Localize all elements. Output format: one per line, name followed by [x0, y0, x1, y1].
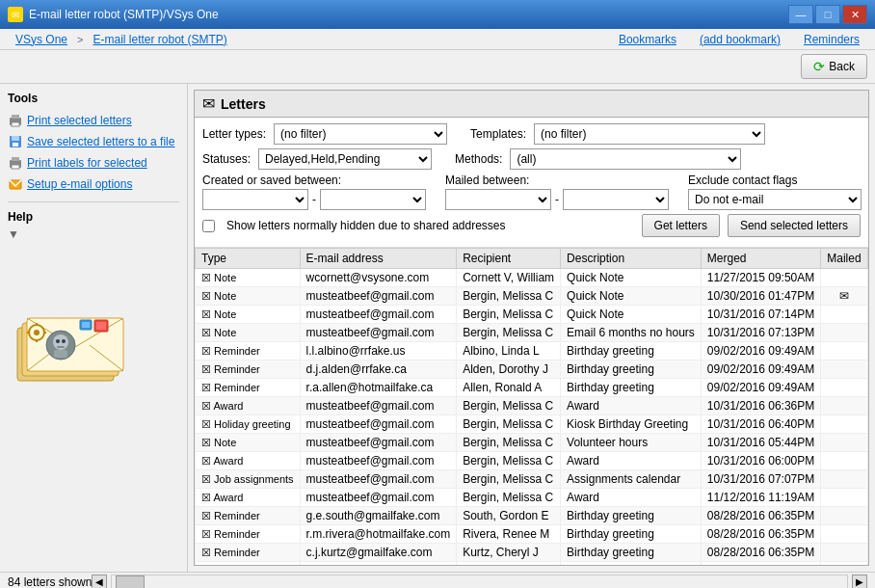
table-cell: 11/12/2016 11:19AM [701, 489, 820, 507]
table-cell: ☒ Reminder [196, 379, 301, 397]
table-cell: ✉ [821, 287, 867, 306]
table-cell [867, 434, 868, 452]
table-cell: Birthday greeting [561, 342, 702, 361]
exclude-flags-label: Exclude contact flags [688, 174, 862, 187]
letters-panel-header: ✉ Letters [195, 91, 868, 118]
svg-rect-21 [54, 350, 67, 358]
table-row[interactable]: ☒ Notemusteatbeef@gmail.comBergin, Melis… [196, 434, 869, 452]
table-cell: 10/31/2016 06:00PM [701, 452, 820, 470]
print-icon [8, 113, 23, 128]
filter-area: Letter types: (no filter) Templates: (no… [195, 118, 868, 248]
table-cell: Bergin, Melissa C [457, 452, 561, 470]
table-row[interactable]: ☒ Awardmusteatbeef@gmail.comBergin, Meli… [196, 489, 869, 507]
table-cell [867, 525, 868, 544]
scroll-right-arrow[interactable]: ▶ [852, 575, 867, 589]
table-cell: r.m.rivera@hotmailfake.com [300, 525, 457, 544]
created-from-select[interactable] [202, 189, 308, 210]
col-header-s: S [867, 249, 868, 269]
sidebar-item-setup-email[interactable]: Setup e-mail options [8, 174, 179, 194]
breadcrumb-root[interactable]: VSys One [8, 31, 75, 48]
sidebar-item-save-to-file[interactable]: Save selected letters to a file [8, 132, 179, 151]
letter-types-label: Letter types: [202, 127, 266, 141]
table-cell [821, 269, 867, 287]
table-cell: 09/02/2016 09:49AM [701, 342, 820, 361]
table-row[interactable]: ☒ Reminderc.j.kurtz@gmailfake.comKurtz, … [196, 544, 869, 562]
table-cell: Birthday greeting [561, 379, 702, 397]
table-row[interactable]: ☒ Awardmusteatbeef@gmail.comBergin, Meli… [196, 452, 869, 470]
add-bookmark-menu[interactable]: (add bookmark) [692, 31, 788, 48]
table-cell [821, 489, 867, 507]
col-header-merged: Merged [701, 249, 820, 269]
col-header-description: Description [561, 249, 702, 269]
toolbar: ⟳ Back [0, 50, 875, 84]
col-header-type: Type [196, 249, 301, 269]
action-buttons: Get letters Send selected letters [642, 214, 861, 237]
table-cell: f.l.roberts@notmine.com [300, 562, 457, 566]
templates-select[interactable]: (no filter) [534, 123, 765, 145]
letter-types-select[interactable]: (no filter) [274, 123, 447, 145]
created-to-select[interactable] [320, 189, 426, 210]
send-selected-button[interactable]: Send selected letters [728, 214, 861, 237]
table-cell: ☒ Note [196, 269, 301, 287]
envelope-illustration [8, 270, 179, 388]
table-header-row: Type E-mail address Recipient Descriptio… [196, 249, 869, 269]
scroll-left-arrow[interactable]: ◀ [92, 575, 107, 589]
methods-select[interactable]: (all) [510, 148, 741, 170]
table-row[interactable]: ☒ Job assignmentsmusteatbeef@gmail.comBe… [196, 470, 869, 489]
table-row[interactable]: ☒ Holiday greetingmusteatbeef@gmail.comB… [196, 415, 869, 434]
table-cell: Bergin, Melissa C [457, 415, 561, 434]
back-button[interactable]: ⟳ Back [801, 54, 867, 79]
table-cell: ☒ Reminder [196, 342, 301, 361]
letters-table-container[interactable]: Type E-mail address Recipient Descriptio… [195, 248, 868, 565]
sidebar-item-print-selected[interactable]: Print selected letters [8, 111, 179, 130]
letters-shown-label: letters shown [24, 575, 93, 589]
table-row[interactable]: ☒ Notemusteatbeef@gmail.comBergin, Melis… [196, 287, 869, 306]
col-header-email: E-mail address [300, 249, 457, 269]
table-cell: ☒ Reminder [196, 361, 301, 379]
table-row[interactable]: ☒ Reminderd.j.alden@rrfake.caAlden, Doro… [196, 361, 869, 379]
horizontal-scrollbar[interactable] [111, 575, 848, 589]
minimize-button[interactable]: — [788, 5, 813, 24]
table-cell: South, Gordon E [457, 507, 561, 525]
table-row[interactable]: ☒ Notewcornett@vsysone.comCornett V, Wil… [196, 269, 869, 287]
reminders-menu[interactable]: Reminders [796, 31, 867, 48]
table-cell [867, 415, 868, 434]
table-cell [867, 306, 868, 324]
sidebar-item-print-labels[interactable]: Print labels for selected [8, 153, 179, 173]
col-header-mailed: Mailed [821, 249, 867, 269]
content-area: ✉ Letters Letter types: (no filter) Temp… [188, 84, 875, 572]
mailed-to-select[interactable] [563, 189, 669, 210]
window-title: E-mail letter robot (SMTP)/VSys One [29, 8, 219, 21]
scroll-thumb[interactable] [116, 575, 145, 589]
table-cell: 10/31/2016 07:13PM [701, 324, 820, 342]
table-row[interactable]: ☒ Reminderr.a.allen@hotmailfake.caAllen,… [196, 379, 869, 397]
get-letters-button[interactable]: Get letters [642, 214, 720, 237]
window-controls: — □ ✕ [788, 5, 867, 24]
maximize-button[interactable]: □ [815, 5, 840, 24]
show-hidden-checkbox[interactable] [202, 220, 215, 232]
table-cell [821, 342, 867, 361]
table-row[interactable]: ☒ Reminderl.l.albino@rrfake.usAlbino, Li… [196, 342, 869, 361]
table-cell [867, 269, 868, 287]
table-cell: Birthday greeting [561, 544, 702, 562]
table-row[interactable]: ☒ Reminderg.e.south@gmailfake.comSouth, … [196, 507, 869, 525]
status-bar: 84 letters shown ◀ ▶ [0, 572, 875, 588]
table-cell: Quick Note [561, 306, 702, 324]
table-row[interactable]: ☒ Reminderr.m.rivera@hotmailfake.comRive… [196, 525, 869, 544]
table-row[interactable]: ☒ Awardmusteatbeef@gmail.comBergin, Meli… [196, 397, 869, 415]
close-button[interactable]: ✕ [842, 5, 867, 24]
table-cell: Bergin, Melissa C [457, 306, 561, 324]
table-row[interactable]: ☒ Reminderf.l.roberts@notmine.comRoberts… [196, 562, 869, 566]
letters-header-icon: ✉ [202, 94, 215, 113]
exclude-flags-select[interactable]: Do not e-mail [688, 189, 862, 210]
table-cell [867, 489, 868, 507]
table-cell: 10/30/2016 01:47PM [701, 287, 820, 306]
table-cell [867, 452, 868, 470]
breadcrumb-current[interactable]: E-mail letter robot (SMTP) [85, 31, 234, 48]
bookmarks-menu[interactable]: Bookmarks [611, 31, 684, 48]
table-row[interactable]: ☒ Notemusteatbeef@gmail.comBergin, Melis… [196, 324, 869, 342]
table-cell: musteatbeef@gmail.com [300, 397, 457, 415]
table-row[interactable]: ☒ Notemusteatbeef@gmail.comBergin, Melis… [196, 306, 869, 324]
statuses-select[interactable]: Delayed,Held,Pending [258, 148, 432, 170]
mailed-from-select[interactable] [445, 189, 551, 210]
